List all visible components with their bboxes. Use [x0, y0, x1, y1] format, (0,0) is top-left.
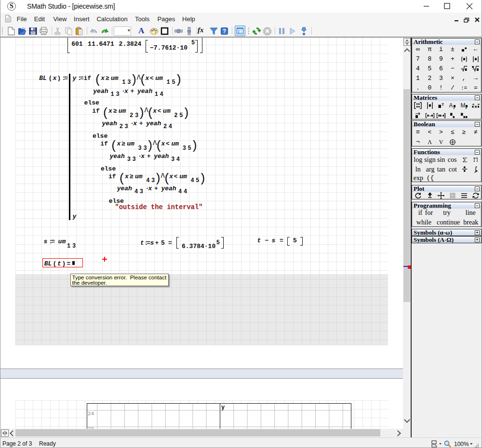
svg-text:M: M	[460, 102, 465, 109]
svg-text:?: ?	[223, 28, 226, 35]
svg-text:A: A	[449, 102, 453, 109]
svg-text:100%: 100%	[454, 441, 469, 448]
